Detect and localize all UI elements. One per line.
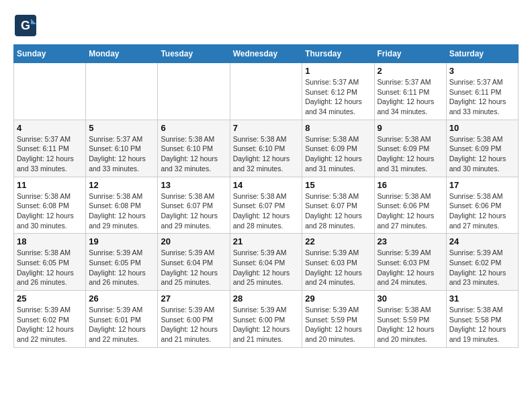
calendar-cell: 14Sunrise: 5:38 AM Sunset: 6:07 PM Dayli… [230,177,302,234]
day-info: Sunrise: 5:37 AM Sunset: 6:10 PM Dayligh… [89,134,154,174]
calendar-header-row: SundayMondayTuesdayWednesdayThursdayFrid… [14,45,519,63]
day-number: 30 [378,293,443,304]
calendar-cell: 4Sunrise: 5:37 AM Sunset: 6:11 PM Daylig… [14,120,86,177]
day-info: Sunrise: 5:38 AM Sunset: 6:07 PM Dayligh… [161,191,226,231]
day-number: 10 [449,123,515,133]
calendar-week-row: 4Sunrise: 5:37 AM Sunset: 6:11 PM Daylig… [14,120,519,177]
day-info: Sunrise: 5:39 AM Sunset: 6:03 PM Dayligh… [378,248,443,287]
calendar-cell: 11Sunrise: 5:38 AM Sunset: 6:08 PM Dayli… [14,177,86,234]
logo-icon: G [13,13,38,38]
calendar-cell: 5Sunrise: 5:37 AM Sunset: 6:10 PM Daylig… [86,120,158,177]
calendar-cell: 16Sunrise: 5:38 AM Sunset: 6:06 PM Dayli… [374,177,446,234]
day-header-thursday: Thursday [302,45,374,63]
calendar-cell: 8Sunrise: 5:38 AM Sunset: 6:09 PM Daylig… [302,120,374,177]
svg-text:G: G [21,19,30,32]
calendar-cell: 20Sunrise: 5:39 AM Sunset: 6:04 PM Dayli… [158,234,230,291]
calendar-cell: 30Sunrise: 5:38 AM Sunset: 5:59 PM Dayli… [374,291,446,348]
day-info: Sunrise: 5:39 AM Sunset: 6:01 PM Dayligh… [89,305,154,345]
day-number: 16 [378,180,443,190]
day-info: Sunrise: 5:39 AM Sunset: 6:00 PM Dayligh… [233,305,300,345]
day-info: Sunrise: 5:39 AM Sunset: 6:02 PM Dayligh… [17,305,83,345]
day-number: 17 [449,180,515,190]
day-number: 14 [233,180,300,190]
calendar-cell: 9Sunrise: 5:38 AM Sunset: 6:09 PM Daylig… [374,120,446,177]
calendar-cell: 31Sunrise: 5:38 AM Sunset: 5:58 PM Dayli… [446,291,518,348]
calendar-cell: 10Sunrise: 5:38 AM Sunset: 6:09 PM Dayli… [446,120,518,177]
day-info: Sunrise: 5:38 AM Sunset: 6:09 PM Dayligh… [378,134,443,174]
day-number: 1 [305,66,371,76]
day-header-sunday: Sunday [14,45,86,63]
day-number: 28 [233,293,300,304]
day-info: Sunrise: 5:38 AM Sunset: 6:10 PM Dayligh… [233,134,300,174]
day-number: 21 [233,236,300,246]
day-number: 11 [17,180,83,190]
calendar-cell: 17Sunrise: 5:38 AM Sunset: 6:06 PM Dayli… [446,177,518,234]
day-number: 31 [449,293,515,304]
day-info: Sunrise: 5:38 AM Sunset: 6:09 PM Dayligh… [449,134,515,174]
calendar-cell: 29Sunrise: 5:39 AM Sunset: 5:59 PM Dayli… [302,291,374,348]
day-header-tuesday: Tuesday [158,45,230,63]
day-number: 29 [305,293,371,304]
day-number: 15 [305,180,371,190]
calendar-cell: 18Sunrise: 5:38 AM Sunset: 6:05 PM Dayli… [14,234,86,291]
day-header-monday: Monday [86,45,158,63]
day-info: Sunrise: 5:38 AM Sunset: 6:10 PM Dayligh… [161,134,226,174]
day-info: Sunrise: 5:37 AM Sunset: 6:11 PM Dayligh… [378,77,443,117]
day-info: Sunrise: 5:38 AM Sunset: 6:08 PM Dayligh… [17,191,83,231]
day-header-saturday: Saturday [446,45,518,63]
day-number: 22 [305,236,371,246]
calendar-week-row: 25Sunrise: 5:39 AM Sunset: 6:02 PM Dayli… [14,291,519,348]
calendar-cell [14,63,86,120]
calendar-cell: 24Sunrise: 5:39 AM Sunset: 6:02 PM Dayli… [446,234,518,291]
calendar-cell: 15Sunrise: 5:38 AM Sunset: 6:07 PM Dayli… [302,177,374,234]
calendar-week-row: 1Sunrise: 5:37 AM Sunset: 6:12 PM Daylig… [14,63,519,120]
calendar-cell: 7Sunrise: 5:38 AM Sunset: 6:10 PM Daylig… [230,120,302,177]
calendar-cell: 19Sunrise: 5:39 AM Sunset: 6:05 PM Dayli… [86,234,158,291]
calendar-cell: 1Sunrise: 5:37 AM Sunset: 6:12 PM Daylig… [302,63,374,120]
day-number: 2 [378,66,443,76]
day-number: 4 [17,123,83,133]
day-info: Sunrise: 5:39 AM Sunset: 6:00 PM Dayligh… [161,305,226,345]
day-info: Sunrise: 5:38 AM Sunset: 5:58 PM Dayligh… [449,305,515,345]
day-number: 12 [89,180,154,190]
day-number: 6 [161,123,226,133]
calendar-week-row: 18Sunrise: 5:38 AM Sunset: 6:05 PM Dayli… [14,234,519,291]
calendar-cell: 27Sunrise: 5:39 AM Sunset: 6:00 PM Dayli… [158,291,230,348]
day-number: 26 [89,293,154,304]
day-number: 9 [378,123,443,133]
day-info: Sunrise: 5:38 AM Sunset: 6:06 PM Dayligh… [378,191,443,231]
day-info: Sunrise: 5:39 AM Sunset: 6:05 PM Dayligh… [89,248,154,287]
day-number: 24 [449,236,515,246]
day-number: 19 [89,236,154,246]
day-number: 7 [233,123,300,133]
day-info: Sunrise: 5:38 AM Sunset: 5:59 PM Dayligh… [378,305,443,345]
day-number: 13 [161,180,226,190]
day-number: 3 [449,66,515,76]
day-number: 18 [17,236,83,246]
calendar-cell: 25Sunrise: 5:39 AM Sunset: 6:02 PM Dayli… [14,291,86,348]
calendar-week-row: 11Sunrise: 5:38 AM Sunset: 6:08 PM Dayli… [14,177,519,234]
day-number: 20 [161,236,226,246]
logo: G [13,13,40,38]
page-header: G [13,13,519,38]
calendar-cell [86,63,158,120]
day-header-friday: Friday [374,45,446,63]
calendar-cell: 28Sunrise: 5:39 AM Sunset: 6:00 PM Dayli… [230,291,302,348]
calendar-cell: 13Sunrise: 5:38 AM Sunset: 6:07 PM Dayli… [158,177,230,234]
day-info: Sunrise: 5:39 AM Sunset: 6:02 PM Dayligh… [449,248,515,287]
calendar-cell: 3Sunrise: 5:37 AM Sunset: 6:11 PM Daylig… [446,63,518,120]
day-info: Sunrise: 5:37 AM Sunset: 6:12 PM Dayligh… [305,77,371,117]
day-info: Sunrise: 5:39 AM Sunset: 6:04 PM Dayligh… [161,248,226,287]
day-info: Sunrise: 5:38 AM Sunset: 6:08 PM Dayligh… [89,191,154,231]
calendar-cell: 23Sunrise: 5:39 AM Sunset: 6:03 PM Dayli… [374,234,446,291]
day-info: Sunrise: 5:38 AM Sunset: 6:05 PM Dayligh… [17,248,83,287]
calendar-cell: 12Sunrise: 5:38 AM Sunset: 6:08 PM Dayli… [86,177,158,234]
day-info: Sunrise: 5:38 AM Sunset: 6:07 PM Dayligh… [305,191,371,231]
day-number: 23 [378,236,443,246]
day-number: 27 [161,293,226,304]
calendar-cell [230,63,302,120]
day-header-wednesday: Wednesday [230,45,302,63]
calendar-cell: 2Sunrise: 5:37 AM Sunset: 6:11 PM Daylig… [374,63,446,120]
day-info: Sunrise: 5:38 AM Sunset: 6:07 PM Dayligh… [233,191,300,231]
day-info: Sunrise: 5:39 AM Sunset: 6:04 PM Dayligh… [233,248,300,287]
